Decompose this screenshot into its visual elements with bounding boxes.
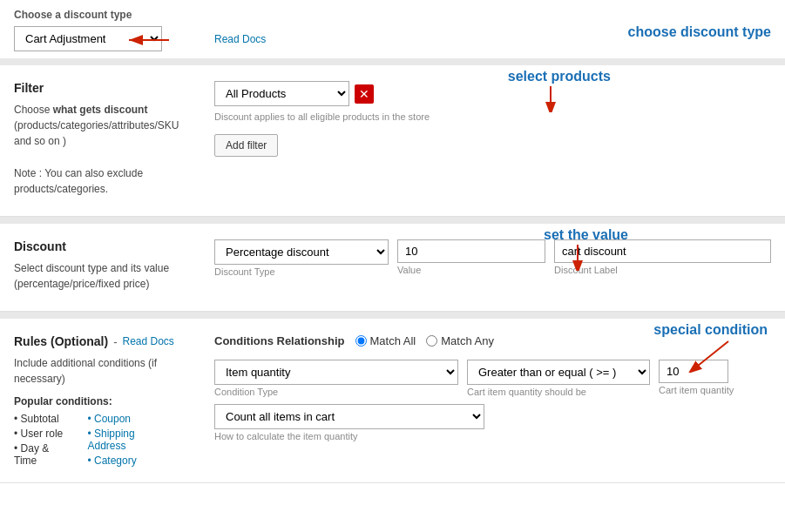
dash-separator: -	[113, 335, 117, 348]
rules-left-panel: Rules (Optional) - Read Docs Include add…	[0, 319, 200, 482]
filter-right-panel: All Products ✕ Discount applies to all e…	[200, 65, 785, 216]
discount-type-row: Cart Adjustment Read Docs choose discoun…	[14, 26, 771, 51]
all-products-select[interactable]: All Products	[214, 81, 349, 106]
arrow-special-icon	[676, 338, 746, 373]
page-wrapper: Choose a discount type Cart Adjustment R…	[0, 0, 785, 483]
rules-description: Include additional conditions (if necess…	[14, 355, 186, 387]
annotation-special-text: special condition	[653, 322, 768, 338]
discount-title: Discount	[14, 239, 186, 253]
conditions-col-1: • Subtotal • User role • Day & Time	[14, 413, 70, 467]
filter-help-text: Discount applies to all eligible product…	[214, 111, 771, 122]
count-select[interactable]: Count all items in cart	[214, 404, 484, 429]
condition-type-select[interactable]: Item quantity	[214, 360, 458, 385]
discount-left-panel: Discount Select discount type and its va…	[0, 224, 200, 311]
operator-label: Cart item quantity should be	[467, 387, 650, 397]
rules-section: Rules (Optional) - Read Docs Include add…	[0, 319, 785, 483]
arrow-left-icon	[127, 31, 171, 49]
svg-line-7	[694, 341, 728, 369]
filter-row: All Products ✕	[214, 81, 771, 106]
match-all-radio[interactable]	[355, 335, 367, 347]
annotation-select-products-text: select products	[508, 69, 611, 84]
condition-shipping-link[interactable]: • Shipping Address	[87, 428, 169, 452]
discount-value-label: Value	[397, 265, 545, 275]
rules-title: Rules (Optional)	[14, 334, 108, 348]
filter-section-wrapper: select products Filter Choose what gets …	[0, 65, 785, 217]
rules-read-docs-link[interactable]: Read Docs	[122, 335, 173, 347]
filter-left-panel: Filter Choose what gets discount (produc…	[0, 65, 200, 216]
divider-3	[0, 312, 785, 319]
divider-2	[0, 217, 785, 224]
filter-title: Filter	[14, 81, 186, 95]
read-docs-link[interactable]: Read Docs	[214, 33, 266, 45]
operator-select[interactable]: Greater than or equal ( >= )	[467, 360, 650, 385]
annotation-special-block: special condition	[653, 322, 768, 373]
condition-subtotal: • Subtotal	[14, 413, 70, 425]
condition-type-label: Condition Type	[214, 387, 458, 397]
discount-value-group: Value	[397, 239, 545, 275]
second-condition-row: Count all items in cart How to calculate…	[214, 404, 771, 441]
condition-coupon-link[interactable]: • Coupon	[87, 413, 169, 425]
match-any-label: Match Any	[441, 334, 494, 347]
conditions-rel-label: Conditions Relationship	[214, 334, 345, 347]
choose-discount-label: Choose a discount type	[14, 9, 771, 21]
discount-section-wrapper: set the value Discount Select discount t…	[0, 224, 785, 312]
divider-1	[0, 58, 785, 65]
discount-description: Select discount type and its value (perc…	[14, 260, 186, 292]
discount-right-panel: Percentage discount Discount Type Value …	[200, 224, 785, 311]
conditions-list: • Subtotal • User role • Day & Time • Co…	[14, 413, 186, 467]
condition-category-link[interactable]: • Category	[87, 455, 169, 467]
discount-section: Discount Select discount type and its va…	[0, 224, 785, 312]
rules-title-row: Rules (Optional) - Read Docs	[14, 334, 186, 348]
discount-type-group: Percentage discount Discount Type	[214, 239, 389, 277]
annotation-set-value-block: set the value	[544, 227, 628, 271]
count-group: Count all items in cart How to calculate…	[214, 404, 771, 441]
match-any-option[interactable]: Match Any	[426, 334, 494, 347]
discount-grid: Percentage discount Discount Type Value …	[214, 239, 771, 277]
discount-type-label: Discount Type	[214, 266, 389, 277]
rules-right-panel: special condition Conditions Relationshi…	[200, 319, 785, 482]
match-all-label: Match All	[370, 334, 416, 347]
annotation-set-value-text: set the value	[544, 227, 628, 243]
count-label: How to calculate the item quantity	[214, 431, 771, 441]
discount-value-input[interactable]	[397, 239, 545, 263]
discount-type-select-main[interactable]: Percentage discount	[214, 239, 389, 265]
remove-filter-btn[interactable]: ✕	[355, 84, 374, 104]
operator-group: Greater than or equal ( >= ) Cart item q…	[467, 360, 650, 397]
filter-description: Choose what gets discount (products/cate…	[14, 102, 186, 149]
condition-day-time: • Day & Time	[14, 442, 70, 467]
qty-label: Cart item quantity	[659, 385, 734, 395]
filter-section: Filter Choose what gets discount (produc…	[0, 65, 785, 217]
condition-user-role: • User role	[14, 428, 70, 440]
top-section: Choose a discount type Cart Adjustment R…	[0, 0, 785, 58]
annotation-choose-discount: choose discount type	[628, 24, 771, 40]
condition-type-group: Item quantity Condition Type	[214, 360, 458, 397]
annotation-select-products-block: select products	[508, 69, 611, 112]
match-all-option[interactable]: Match All	[355, 334, 416, 347]
conditions-col-2: • Coupon • Shipping Address • Category	[87, 413, 169, 467]
filter-note: Note : You can also exclude products/cat…	[14, 165, 186, 197]
popular-conditions-label: Popular conditions:	[14, 395, 186, 407]
add-filter-btn[interactable]: Add filter	[214, 134, 278, 157]
arrow-down-value-icon	[560, 243, 612, 271]
match-any-radio[interactable]	[426, 335, 437, 347]
arrow-down-select-icon	[533, 84, 585, 112]
